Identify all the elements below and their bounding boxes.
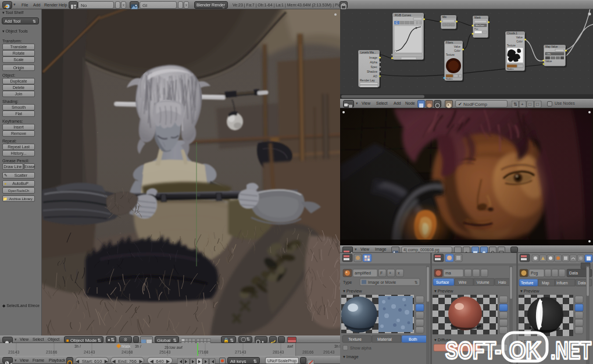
svg-text:25143: 25143 xyxy=(159,350,171,354)
svg-text:Halo: Halo xyxy=(498,280,506,284)
svg-text:Texture: Texture xyxy=(521,281,534,285)
svg-text:Pcg: Pcg xyxy=(531,271,538,276)
svg-text:Influen: Influen xyxy=(556,281,568,285)
svg-text:+: + xyxy=(389,271,391,275)
svg-text:▾ Image: ▾ Image xyxy=(343,354,359,359)
svg-text:Image: Image xyxy=(369,56,377,59)
svg-text:Texture: Texture xyxy=(446,53,455,56)
svg-text:ma: ma xyxy=(445,271,451,275)
svg-text:Mask: Mask xyxy=(474,16,481,19)
svg-text:Map Value: Map Value xyxy=(545,45,558,48)
svg-text:Color: Color xyxy=(454,49,460,52)
svg-text:3h E: 3h E xyxy=(334,344,340,348)
svg-text:□: □ xyxy=(528,102,531,107)
svg-text:Levels Ma...: Levels Ma... xyxy=(360,51,376,54)
svg-text:Data: Data xyxy=(578,281,586,285)
svg-text:+: + xyxy=(521,102,524,107)
svg-text:▾ Preview: ▾ Preview xyxy=(343,288,362,294)
svg-text:Type: Type xyxy=(343,280,352,285)
svg-text:Mix: Mix xyxy=(442,16,447,19)
svg-text:Render Lay: Render Lay xyxy=(360,78,375,82)
svg-text:awf: awf xyxy=(287,344,293,348)
svg-text:Filters: Filters xyxy=(446,41,453,44)
svg-text:Texture: Texture xyxy=(507,44,516,47)
svg-text:Image or Movie: Image or Movie xyxy=(368,280,396,285)
svg-text:▾ Preview: ▾ Preview xyxy=(520,288,540,294)
svg-text:Both: Both xyxy=(409,337,417,341)
svg-text:□: □ xyxy=(536,102,539,107)
svg-text:Value: Value xyxy=(545,60,552,63)
svg-text:amplified: amplified xyxy=(355,271,371,276)
svg-text:⇅: ⇅ xyxy=(513,102,517,107)
svg-text:Volume: Volume xyxy=(477,280,490,284)
svg-text:Alpha: Alpha xyxy=(370,60,377,64)
svg-text:28166: 28166 xyxy=(302,350,314,354)
svg-text:Surface: Surface xyxy=(436,280,449,284)
svg-text:24168: 24168 xyxy=(122,350,133,354)
svg-text:Data: Data xyxy=(569,271,578,275)
svg-text:3h /: 3h / xyxy=(74,344,81,348)
svg-text:28143: 28143 xyxy=(273,350,284,354)
svg-text:23143: 23143 xyxy=(8,350,20,354)
svg-text:23166: 23166 xyxy=(46,350,58,354)
svg-text:x: x xyxy=(398,271,400,275)
svg-text:AO: AO xyxy=(373,74,377,78)
svg-text:Value: Value xyxy=(516,36,523,39)
svg-text:▾ Diffuse: ▾ Diffuse xyxy=(520,339,537,344)
svg-text:▾ Diffuse: ▾ Diffuse xyxy=(434,337,451,342)
svg-text:Spec: Spec xyxy=(371,65,378,69)
svg-text:MixOver: MixOver xyxy=(476,24,485,27)
svg-text:Nodes: Nodes xyxy=(446,77,453,80)
svg-text:RGB Curves: RGB Curves xyxy=(395,13,412,17)
svg-text:3h /: 3h / xyxy=(135,344,141,348)
svg-text:Value: Value xyxy=(454,45,461,48)
svg-text:Nodes: Nodes xyxy=(507,67,514,70)
svg-text:Show alpha: Show alpha xyxy=(350,346,371,351)
svg-text:Texture: Texture xyxy=(348,337,362,341)
svg-text:⇅: ⇅ xyxy=(415,280,418,284)
svg-text:Shadow: Shadow xyxy=(367,70,377,73)
svg-text:Mask: Mask xyxy=(122,344,131,348)
svg-text:Map: Map xyxy=(542,281,549,286)
svg-text:▾ Preview: ▾ Preview xyxy=(434,288,453,294)
svg-text:29143: 29143 xyxy=(323,350,335,354)
svg-text:27143: 27143 xyxy=(235,350,247,354)
svg-text:F: F xyxy=(380,271,383,275)
svg-text:Clouds.1: Clouds.1 xyxy=(507,32,517,35)
svg-text:Wire: Wire xyxy=(459,280,467,284)
svg-text:24143: 24143 xyxy=(84,350,95,354)
svg-text:Material: Material xyxy=(377,337,392,341)
svg-text:27168: 27168 xyxy=(197,350,209,354)
svg-text:2b:low awf: 2b:low awf xyxy=(165,345,183,349)
svg-text:Fac: Fac xyxy=(474,27,478,30)
svg-text:Color: Color xyxy=(516,40,523,43)
svg-text:Offs: Offs xyxy=(546,52,551,55)
